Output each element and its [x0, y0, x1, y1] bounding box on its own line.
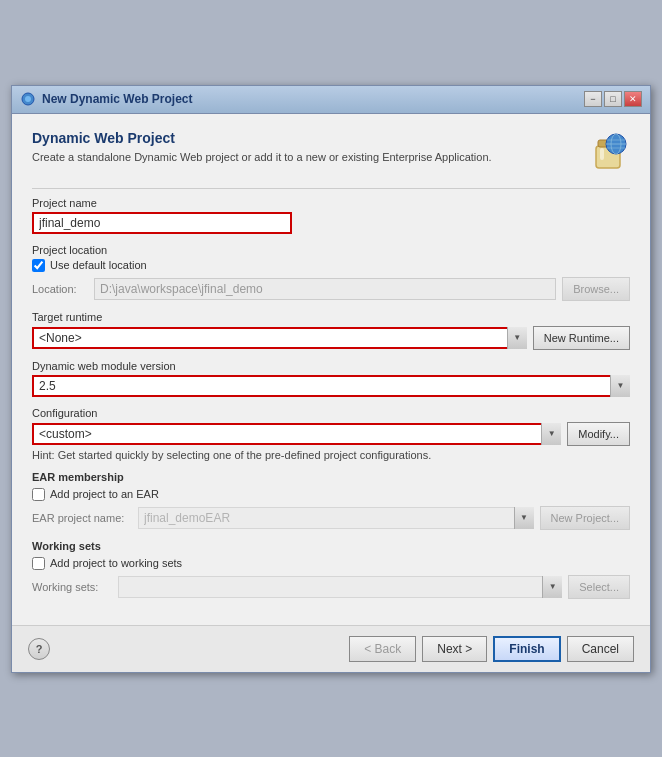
- location-row: Location: Browse...: [32, 277, 630, 301]
- add-to-ear-row: Add project to an EAR: [32, 488, 630, 501]
- use-default-location-checkbox[interactable]: [32, 259, 45, 272]
- new-runtime-button[interactable]: New Runtime...: [533, 326, 630, 350]
- bottom-bar: ? < Back Next > Finish Cancel: [12, 625, 650, 672]
- divider-1: [32, 188, 630, 189]
- target-runtime-section: Target runtime <None> ▼ New Runtime...: [32, 311, 630, 350]
- working-sets-row: Working sets: ▼ Select...: [32, 575, 630, 599]
- cancel-button[interactable]: Cancel: [567, 636, 634, 662]
- add-to-working-sets-checkbox[interactable]: [32, 557, 45, 570]
- title-bar: New Dynamic Web Project − □ ✕: [12, 86, 650, 114]
- target-runtime-select-wrapper: <None> ▼: [32, 327, 527, 349]
- project-name-input[interactable]: [32, 212, 292, 234]
- target-runtime-row: <None> ▼ New Runtime...: [32, 326, 630, 350]
- use-default-location-checkbox-label: Use default location: [50, 259, 147, 271]
- target-runtime-select[interactable]: <None>: [32, 327, 527, 349]
- project-location-label: Project location: [32, 244, 630, 256]
- add-to-ear-checkbox[interactable]: [32, 488, 45, 501]
- add-to-ear-checkbox-label: Add project to an EAR: [50, 488, 159, 500]
- dialog-description: Create a standalone Dynamic Web project …: [32, 150, 586, 165]
- ear-project-name-row: EAR project name: jfinal_demoEAR ▼ New P…: [32, 506, 630, 530]
- project-location-section: Project location Use default location Lo…: [32, 244, 630, 301]
- configuration-select-wrapper: <custom> ▼: [32, 423, 561, 445]
- working-sets-section: Working sets Add project to working sets…: [32, 540, 630, 599]
- location-input: [94, 278, 556, 300]
- select-button: Select...: [568, 575, 630, 599]
- browse-button[interactable]: Browse...: [562, 277, 630, 301]
- window-title: New Dynamic Web Project: [42, 92, 584, 106]
- location-field-label: Location:: [32, 283, 88, 295]
- ear-project-name-select-wrapper: jfinal_demoEAR ▼: [138, 507, 534, 529]
- new-project-button: New Project...: [540, 506, 630, 530]
- target-runtime-label: Target runtime: [32, 311, 630, 323]
- jar-globe-icon: [586, 130, 630, 174]
- project-name-label: Project name: [32, 197, 630, 209]
- web-module-version-select-wrapper: 2.5 3.0 3.1 ▼: [32, 375, 630, 397]
- dialog-title: Dynamic Web Project: [32, 130, 586, 146]
- web-module-version-label: Dynamic web module version: [32, 360, 630, 372]
- use-default-location-row: Use default location: [32, 259, 630, 272]
- finish-button[interactable]: Finish: [493, 636, 560, 662]
- ear-membership-section: EAR membership Add project to an EAR EAR…: [32, 471, 630, 530]
- web-module-version-section: Dynamic web module version 2.5 3.0 3.1 ▼: [32, 360, 630, 397]
- close-button[interactable]: ✕: [624, 91, 642, 107]
- header-text: Dynamic Web Project Create a standalone …: [32, 130, 586, 165]
- dialog-window: New Dynamic Web Project − □ ✕ Dynamic We…: [11, 85, 651, 673]
- back-button[interactable]: < Back: [349, 636, 416, 662]
- hint-text: Hint: Get started quickly by selecting o…: [32, 449, 630, 461]
- ear-project-name-select: jfinal_demoEAR: [138, 507, 534, 529]
- header-section: Dynamic Web Project Create a standalone …: [32, 130, 630, 174]
- next-button[interactable]: Next >: [422, 636, 487, 662]
- ear-membership-label: EAR membership: [32, 471, 630, 483]
- web-module-version-select[interactable]: 2.5 3.0 3.1: [32, 375, 630, 397]
- dialog-content: Dynamic Web Project Create a standalone …: [12, 114, 650, 625]
- modify-button[interactable]: Modify...: [567, 422, 630, 446]
- configuration-label: Configuration: [32, 407, 630, 419]
- configuration-section: Configuration <custom> ▼ Modify... Hint:…: [32, 407, 630, 461]
- working-sets-field-label: Working sets:: [32, 581, 112, 593]
- configuration-row: <custom> ▼ Modify...: [32, 422, 630, 446]
- configuration-select[interactable]: <custom>: [32, 423, 561, 445]
- ear-project-name-label: EAR project name:: [32, 512, 132, 524]
- working-sets-label: Working sets: [32, 540, 630, 552]
- svg-point-1: [25, 96, 31, 102]
- bottom-buttons: < Back Next > Finish Cancel: [349, 636, 634, 662]
- title-bar-buttons: − □ ✕: [584, 91, 642, 107]
- add-to-working-sets-checkbox-label: Add project to working sets: [50, 557, 182, 569]
- maximize-button[interactable]: □: [604, 91, 622, 107]
- working-sets-select: [118, 576, 562, 598]
- help-button[interactable]: ?: [28, 638, 50, 660]
- add-to-working-sets-row: Add project to working sets: [32, 557, 630, 570]
- svg-rect-4: [600, 148, 604, 160]
- minimize-button[interactable]: −: [584, 91, 602, 107]
- working-sets-select-wrapper: ▼: [118, 576, 562, 598]
- window-icon: [20, 91, 36, 107]
- project-name-section: Project name: [32, 197, 630, 234]
